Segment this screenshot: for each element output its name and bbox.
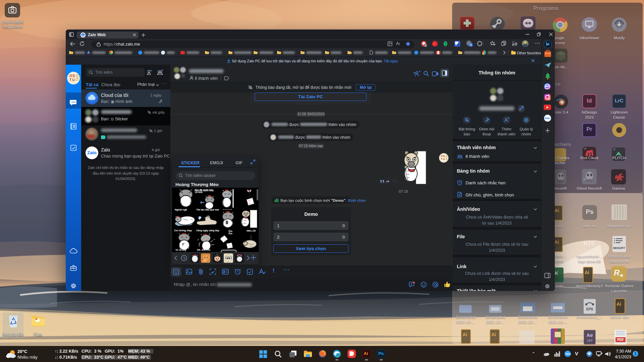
svg-text:Zalo: Zalo — [82, 35, 85, 36]
svg-text:EPS: EPS — [586, 307, 593, 311]
